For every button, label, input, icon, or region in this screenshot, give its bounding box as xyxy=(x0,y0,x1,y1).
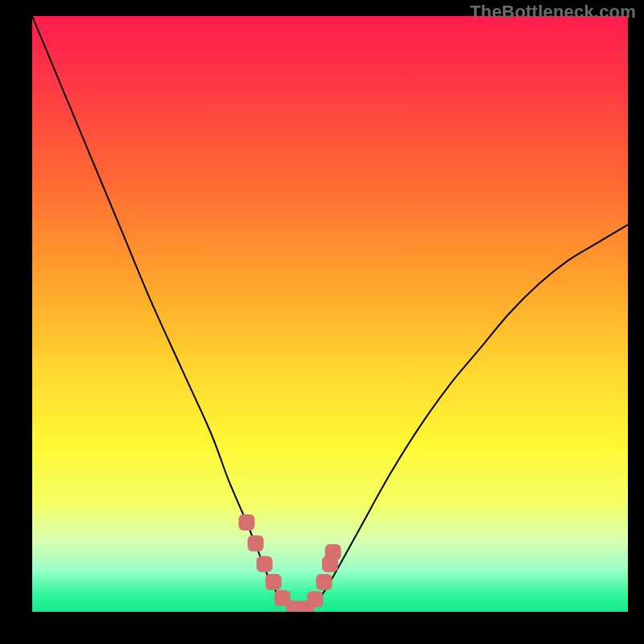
chart-frame: TheBottleneck.com xyxy=(0,0,644,644)
marker-point xyxy=(248,535,264,551)
marker-point xyxy=(257,556,273,572)
marker-point xyxy=(266,574,282,590)
marker-point xyxy=(308,591,324,607)
watermark-text: TheBottleneck.com xyxy=(470,2,636,23)
marker-point xyxy=(316,574,332,590)
marker-band xyxy=(238,514,341,612)
plot-area xyxy=(32,16,628,612)
curve-layer xyxy=(32,16,628,612)
marker-point xyxy=(325,544,341,560)
marker-point xyxy=(238,514,254,530)
bottleneck-curve xyxy=(32,16,628,612)
